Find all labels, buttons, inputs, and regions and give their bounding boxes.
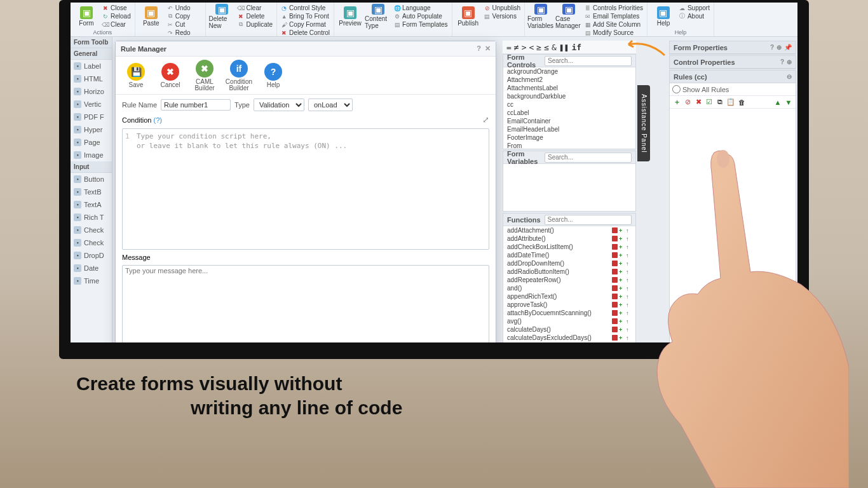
operator-button[interactable]: ❚❚: [559, 43, 569, 52]
toolbox-item[interactable]: ▪Check: [71, 224, 112, 236]
operator-button[interactable]: &: [552, 43, 557, 52]
move-down-icon[interactable]: ▼: [784, 98, 793, 107]
function-item[interactable]: calculateDaysExcludedDays()+↑: [503, 334, 635, 342]
ribbon-button-versions[interactable]: ▤Versions: [483, 12, 522, 20]
ribbon-button-delete-new[interactable]: ▣Delete New: [208, 4, 235, 29]
assistance-panel-tab[interactable]: Assistance Panel: [637, 85, 650, 161]
form-variables-search[interactable]: [545, 152, 632, 163]
condition-editor[interactable]: Type your condition script here, or leav…: [122, 128, 489, 250]
ribbon-button-clear[interactable]: ⌫Clear: [236, 4, 274, 12]
help-icon[interactable]: ?: [780, 58, 784, 65]
ribbon-button-modify-source[interactable]: ▤Modify Source: [583, 29, 644, 37]
function-item[interactable]: appendRichText()+↑: [503, 292, 635, 301]
operator-button[interactable]: ≠: [514, 43, 519, 52]
ribbon-button-add-site-column[interactable]: ▦Add Site Column: [583, 20, 644, 29]
type-select[interactable]: Validation: [254, 98, 304, 111]
toolbox-item[interactable]: ▪Horizo: [71, 85, 112, 98]
ribbon-button-content-type[interactable]: ▣Content Type: [365, 4, 391, 29]
toolbox-item[interactable]: ▪Label: [71, 60, 112, 72]
operator-button[interactable]: >: [522, 43, 527, 52]
ribbon-button-email-templates[interactable]: ✉Email Templates: [583, 12, 644, 20]
ribbon-button-form[interactable]: ▣Form: [73, 4, 100, 29]
toolbox-item[interactable]: ▪PDF F: [71, 111, 112, 123]
toolbox-item[interactable]: ▪Page: [71, 136, 112, 149]
ribbon-button-about[interactable]: ⓘAbout: [678, 12, 711, 20]
function-item[interactable]: addDateTime()+↑: [503, 251, 635, 259]
ribbon-button-cut[interactable]: ✂Cut: [166, 20, 203, 29]
expand-icon[interactable]: ⊕: [776, 44, 782, 51]
message-input[interactable]: [122, 265, 489, 348]
toolbox-item[interactable]: ▪TextA: [71, 198, 112, 211]
help-icon[interactable]: ?: [477, 44, 481, 53]
rules-list[interactable]: [670, 109, 796, 331]
function-item[interactable]: addRepeaterRow()+↑: [503, 276, 635, 284]
function-item[interactable]: avg()+↑: [503, 317, 635, 325]
rule-name-input[interactable]: [161, 99, 231, 111]
operator-button[interactable]: if: [571, 43, 581, 52]
dialog-title-bar[interactable]: Rule Manager ? ✕: [116, 41, 496, 57]
dialog-toolbar-help[interactable]: ?Help: [258, 63, 288, 88]
ribbon-button-undo[interactable]: ↶Undo: [166, 4, 203, 12]
form-control-item[interactable]: AttachmentsLabel: [503, 84, 635, 92]
function-item[interactable]: approveTask()+↑: [503, 301, 635, 309]
ribbon-button-reload[interactable]: ↻Reload: [101, 12, 132, 20]
ribbon-button-control-style[interactable]: ◔Control Style: [280, 4, 331, 12]
function-item[interactable]: attachByDocuemntScanning()+↑: [503, 309, 635, 317]
toolbox-item[interactable]: ▪Image: [71, 149, 112, 161]
function-item[interactable]: addAttribute()+↑: [503, 234, 635, 243]
ribbon-button-support[interactable]: ☁Support: [678, 4, 711, 12]
delete-rule-icon[interactable]: ✖: [694, 98, 703, 107]
toolbox-item[interactable]: ▪Rich T: [71, 211, 112, 224]
ribbon-button-clear[interactable]: ⌫Clear: [101, 20, 132, 29]
ribbon-button-copy[interactable]: ⧉Copy: [166, 12, 203, 20]
dialog-toolbar-cancel[interactable]: ✖Cancel: [155, 63, 186, 88]
form-control-item[interactable]: ackgroundOrange: [503, 67, 635, 76]
form-control-item[interactable]: cc: [503, 100, 635, 109]
pin-icon[interactable]: 📌: [784, 44, 792, 51]
form-control-item[interactable]: From: [503, 142, 635, 149]
ribbon-button-copy-format[interactable]: 🖌Copy Format: [280, 20, 331, 29]
toolbox-item[interactable]: ▪Date: [71, 262, 112, 274]
operator-button[interactable]: <: [529, 43, 534, 52]
dialog-toolbar-caml-builder[interactable]: ✖CAML Builder: [189, 60, 220, 92]
ribbon-button-controls-priorities[interactable]: ≣Controls Priorities: [583, 4, 644, 12]
ribbon-button-case-manager[interactable]: ▣Case Manager: [555, 4, 582, 29]
ribbon-button-duplicate[interactable]: ⧉Duplicate: [236, 20, 274, 29]
ribbon-button-redo[interactable]: ↷Redo: [166, 29, 203, 37]
toolbox-item[interactable]: ▪HTML: [71, 72, 112, 85]
ribbon-button-close[interactable]: ✖Close: [101, 4, 132, 12]
ribbon-button-unpublish[interactable]: ⊘Unpublish: [483, 4, 522, 12]
form-controls-search[interactable]: [545, 56, 632, 66]
form-control-item[interactable]: EmailHeaderLabel: [503, 125, 635, 133]
toolbox-item[interactable]: ▪TextB: [71, 186, 112, 198]
paste-rule-icon[interactable]: 📋: [726, 98, 735, 107]
operator-button[interactable]: ≥: [536, 43, 541, 52]
function-item[interactable]: and()+↑: [503, 284, 635, 292]
toolbox-item[interactable]: ▪Vertic: [71, 98, 112, 111]
ribbon-button-publish[interactable]: ▣Publish: [455, 4, 482, 29]
form-control-item[interactable]: ccLabel: [503, 109, 635, 117]
ribbon-button-help[interactable]: ▣Help: [650, 4, 677, 29]
ribbon-button-language[interactable]: 🌐Language: [393, 4, 449, 12]
function-item[interactable]: addDropDownItem()+↑: [503, 259, 635, 268]
operator-button[interactable]: =: [506, 43, 512, 52]
collapse-icon[interactable]: ⊖: [787, 73, 792, 80]
condition-help-link[interactable]: (?): [154, 116, 162, 124]
functions-search[interactable]: [545, 215, 632, 225]
expand-icon[interactable]: ⤢: [482, 115, 489, 125]
toolbox-item[interactable]: ▪Check: [71, 236, 112, 249]
dialog-toolbar-save[interactable]: 💾Save: [121, 63, 151, 88]
function-item[interactable]: addRadioButtonItem()+↑: [503, 268, 635, 276]
function-item[interactable]: addCheckBoxListItem()+↑: [503, 243, 635, 251]
function-item[interactable]: addAttachment()+↑: [503, 226, 635, 234]
ribbon-button-form-variables[interactable]: ▣Form Variables: [527, 4, 554, 29]
ribbon-button-paste[interactable]: ▣Paste: [138, 4, 165, 29]
function-item[interactable]: calculateDays()+↑: [503, 325, 635, 334]
form-control-item[interactable]: Attachment2: [503, 76, 635, 84]
trash-icon[interactable]: 🗑: [737, 98, 746, 107]
ribbon-button-form-templates[interactable]: ▤Form Templates: [393, 20, 449, 29]
function-item[interactable]: clear()+↑: [503, 342, 635, 350]
form-control-item[interactable]: FooterImage: [503, 133, 635, 142]
show-all-rules-radio[interactable]: [672, 85, 681, 93]
ribbon-button-preview[interactable]: ▣Preview: [337, 4, 363, 29]
